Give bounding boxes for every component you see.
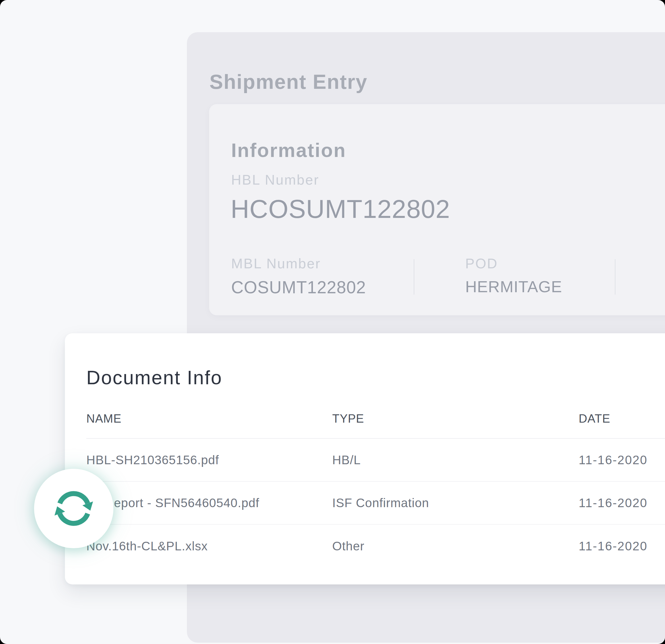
document-name: Nov.16th-CL&PL.xlsx bbox=[86, 539, 208, 553]
table-header-row: NAME TYPE DATE bbox=[65, 413, 665, 424]
document-name: eport - SFN56460540.pdf bbox=[114, 496, 259, 510]
information-card: Information HBL Number HCOSUMT122802 MBL… bbox=[209, 104, 665, 315]
column-header-name: NAME bbox=[86, 413, 121, 424]
document-info-card: Document Info NAME TYPE DATE HBL-SH21036… bbox=[65, 333, 665, 585]
document-date: 11-16-2020 bbox=[579, 496, 648, 510]
hbl-number-value: HCOSUMT122802 bbox=[231, 195, 450, 223]
pod-label: POD bbox=[465, 256, 498, 271]
document-type: Other bbox=[332, 539, 364, 553]
table-row[interactable]: eport - SFN56460540.pdf ISF Confirmation… bbox=[65, 482, 665, 525]
pod-value: HERMITAGE bbox=[465, 278, 562, 296]
information-title: Information bbox=[231, 140, 346, 161]
screen-background: Shipment Entry Information HBL Number HC… bbox=[0, 0, 665, 644]
column-header-date: DATE bbox=[579, 413, 610, 424]
document-date: 11-16-2020 bbox=[579, 539, 648, 553]
mbl-number-value: COSUMT122802 bbox=[231, 278, 366, 297]
document-table-body: HBL-SH210365156.pdf HB/L 11-16-2020 epor… bbox=[65, 439, 665, 568]
document-info-title: Document Info bbox=[86, 367, 222, 388]
sync-refresh-icon bbox=[51, 486, 96, 531]
field-divider bbox=[414, 259, 414, 295]
document-date: 11-16-2020 bbox=[579, 453, 648, 467]
column-header-type: TYPE bbox=[332, 413, 364, 424]
hbl-number-label: HBL Number bbox=[231, 172, 319, 188]
sync-refresh-button[interactable] bbox=[34, 469, 113, 548]
table-row[interactable]: Nov.16th-CL&PL.xlsx Other 11-16-2020 bbox=[65, 525, 665, 568]
mbl-number-label: MBL Number bbox=[231, 256, 321, 271]
document-type: HB/L bbox=[332, 453, 361, 467]
field-divider bbox=[615, 259, 615, 295]
document-type: ISF Confirmation bbox=[332, 496, 429, 510]
shipment-entry-title: Shipment Entry bbox=[209, 71, 368, 93]
table-row[interactable]: HBL-SH210365156.pdf HB/L 11-16-2020 bbox=[65, 439, 665, 482]
document-name: HBL-SH210365156.pdf bbox=[86, 453, 219, 467]
